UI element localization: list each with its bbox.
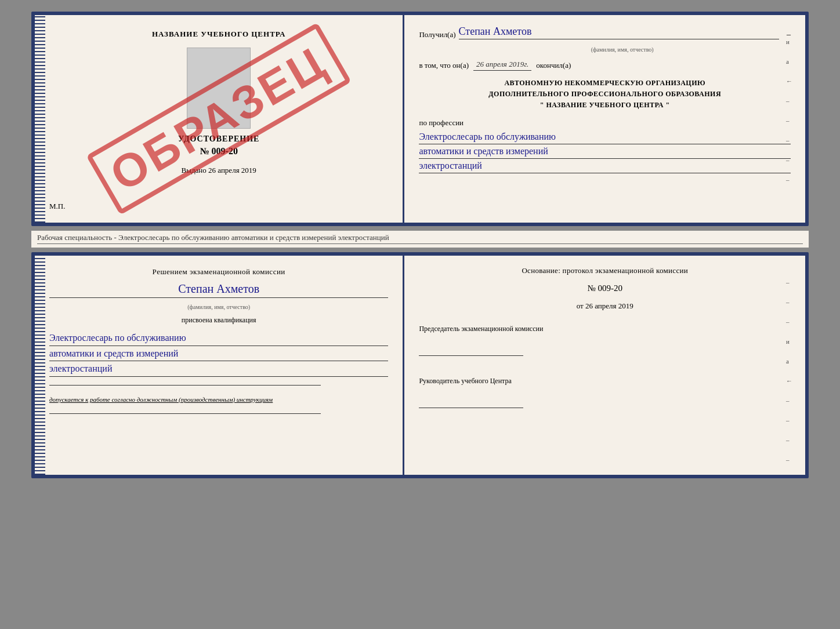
org-line1: АВТОНОМНУЮ НЕКОММЕРЧЕСКУЮ ОРГАНИЗАЦИЮ [419,78,791,89]
top-left-title: НАЗВАНИЕ УЧЕБНОГО ЦЕНТРА [152,30,286,39]
cert-number: № 009-20 [200,146,238,157]
side-char-4: – [786,97,792,104]
side-char-1: и [786,38,792,45]
protocol-date-value: 26 апреля 2019 [585,301,633,310]
left-border-strip [35,15,45,223]
org-line3: " НАЗВАНИЕ УЧЕБНОГО ЦЕНТРА " [419,100,791,111]
side-char-2: а [786,58,792,65]
chairman-signature-line [419,346,523,356]
completed-label: окончил(а) [536,61,571,70]
profession-line3: электростанций [419,159,791,173]
protocol-date-prefix: от [577,301,584,310]
cert-type-label: УДОСТОВЕРЕНИЕ [178,134,259,144]
profession-line2: автоматики и средств измерений [419,144,791,159]
mp-line: М.П. [49,196,65,211]
side-char-7: – [786,157,792,163]
profession-section: по профессии Электрослесарь по обслужива… [419,118,791,173]
side-char-b3: – [786,318,792,325]
specialty-divider [37,243,803,244]
qualification-line3: электростанций [49,361,388,377]
chairman-label: Председатель экзаменационной комиссии [419,323,791,334]
protocol-date: от 26 апреля 2019 [419,301,791,311]
in-that-line: в том, что он(а) 26 апреля 2019г. окончи… [419,60,791,71]
side-chars-top: и а ← – – – – – [786,38,792,183]
side-char-b5: а [786,358,792,365]
side-char-b1: – [786,279,792,286]
top-left-panel: НАЗВАНИЕ УЧЕБНОГО ЦЕНТРА УДОСТОВЕРЕНИЕ №… [35,15,404,223]
commission-title: Решением экзаменационной комиссии [49,267,388,277]
name-subtext-top: (фамилия, имя, отчество) [419,46,791,53]
received-line: Получил(а) Степан Ахметов – [419,26,791,39]
photo-placeholder [187,48,251,129]
protocol-number: № 009-20 [419,283,791,293]
profession-line1: Электрослесарь по обслуживанию [419,130,791,144]
issued-date: 26 апреля 2019 [208,166,256,174]
side-char-b4: и [786,338,792,345]
admission-line: допускается к работе согласно должностны… [49,396,388,403]
org-info: АВТОНОМНУЮ НЕКОММЕРЧЕСКУЮ ОРГАНИЗАЦИЮ ДО… [419,78,791,111]
specialty-text: Рабочая специальность - Электрослесарь п… [37,233,389,242]
specialty-description: Рабочая специальность - Электрослесарь п… [31,231,809,248]
side-char-b8: – [786,417,792,424]
issued-label: Выдано [182,166,207,174]
manager-signature-line [419,398,523,408]
top-document: НАЗВАНИЕ УЧЕБНОГО ЦЕНТРА УДОСТОВЕРЕНИЕ №… [31,12,809,226]
side-char-3: ← [786,78,792,85]
admission-text: работе согласно должностным (производств… [90,396,273,403]
side-char-b2: – [786,299,792,306]
issued-line: Выдано 26 апреля 2019 [182,166,256,175]
qualification-underline [49,385,321,386]
assigned-label: присвоена квалификация [49,316,388,325]
bottom-right-panel: Основание: протокол экзаменационной коми… [404,256,805,475]
side-chars-bottom: – – – и а ← – – – – [786,279,792,463]
profession-label: по профессии [419,118,791,128]
in-that-label: в том, что он(а) [419,61,469,70]
completion-date: 26 апреля 2019г. [473,60,531,71]
received-label: Получил(а) [419,30,455,39]
recipient-name: Степан Ахметов [459,26,779,39]
side-char-6: – [786,137,792,144]
qualification-line2: автоматики и средств измерений [49,346,388,362]
side-char-8: – [786,176,792,183]
manager-label: Руководитель учебного Центра [419,376,791,386]
org-line2: ДОПОЛНИТЕЛЬНОГО ПРОФЕССИОНАЛЬНОГО ОБРАЗО… [419,89,791,100]
bottom-person-name: Степан Ахметов [49,282,388,298]
chairman-block: Председатель экзаменационной комиссии [419,323,791,363]
bottom-name-subtext: (фамилия, имя, отчество) [49,304,388,310]
top-right-panel: Получил(а) Степан Ахметов – (фамилия, им… [404,15,805,223]
side-char-b6: ← [786,377,792,384]
bottom-document: Решением экзаменационной комиссии Степан… [31,252,809,478]
qualification-line1: Электрослесарь по обслуживанию [49,330,388,346]
bottom-left-border-strip [35,256,45,475]
document-container: НАЗВАНИЕ УЧЕБНОГО ЦЕНТРА УДОСТОВЕРЕНИЕ №… [31,12,809,478]
admission-underline [49,413,321,414]
side-char-5: – [786,117,792,124]
qualification-block: Электрослесарь по обслуживанию автоматик… [49,330,388,377]
bottom-left-panel: Решением экзаменационной комиссии Степан… [35,256,404,475]
side-char-b9: – [786,437,792,443]
side-char-b10: – [786,456,792,463]
side-char-b7: – [786,397,792,404]
admission-prefix: допускается к [49,396,88,403]
manager-block: Руководитель учебного Центра [419,376,791,415]
basis-title: Основание: протокол экзаменационной коми… [419,266,791,275]
